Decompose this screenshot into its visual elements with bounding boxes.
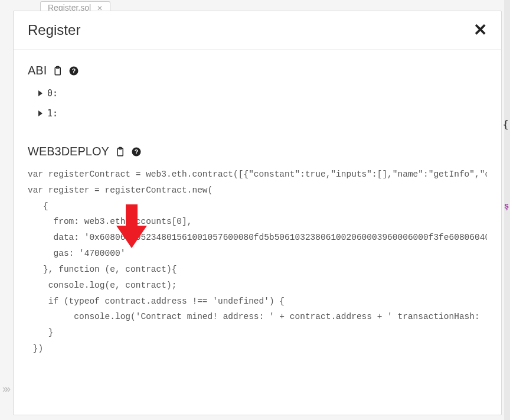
help-icon[interactable]: ? (130, 146, 142, 158)
modal-title: Register (28, 22, 80, 38)
code-scroll-area[interactable]: var registerContract = web3.eth.contract… (28, 167, 487, 362)
help-icon[interactable]: ? (68, 65, 80, 77)
abi-item-0[interactable]: 0: (28, 86, 487, 101)
abi-item-label: 1: (47, 108, 58, 119)
svg-text:?: ? (135, 148, 138, 155)
web3deploy-section-header: WEB3DEPLOY ? (28, 145, 487, 158)
abi-item-label: 0: (47, 88, 58, 99)
modal-body[interactable]: ABI ? 0: 1: (14, 50, 501, 415)
abi-section-header: ABI ? (28, 64, 487, 77)
web3deploy-code: var registerContract = web3.eth.contract… (28, 167, 487, 357)
right-purple-hint: ş (504, 201, 509, 210)
web3deploy-section: WEB3DEPLOY ? var registerContract = web3… (28, 145, 487, 362)
register-modal: Register ✕ ABI ? 0: 1: (13, 11, 502, 415)
abi-label: ABI (28, 64, 47, 77)
right-bracket-hint: { (502, 118, 509, 131)
svg-text:?: ? (72, 67, 76, 74)
clipboard-icon[interactable] (114, 146, 126, 158)
clipboard-icon[interactable] (51, 65, 63, 77)
web3deploy-label: WEB3DEPLOY (28, 145, 109, 158)
modal-header: Register ✕ (14, 11, 501, 50)
caret-right-icon (38, 90, 42, 96)
caret-right-icon (38, 110, 42, 116)
background-chevrons: »» (2, 383, 7, 395)
close-button[interactable]: ✕ (473, 22, 487, 38)
abi-item-1[interactable]: 1: (28, 106, 487, 121)
